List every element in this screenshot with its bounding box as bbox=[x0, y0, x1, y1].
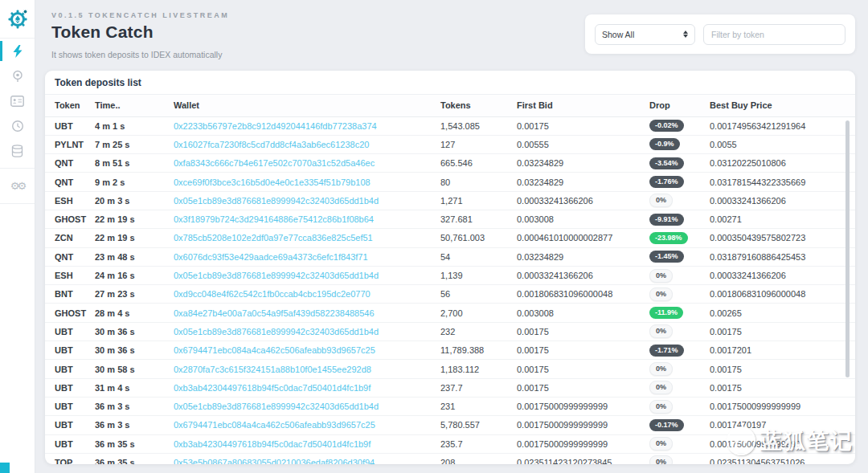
cell-first-bid: 0.003008 bbox=[517, 210, 649, 228]
wallet-link[interactable]: 0xb3ab42304497618b94f5c0dac7d50401d4fc1b… bbox=[174, 383, 371, 393]
drop-badge: -11.9% bbox=[649, 307, 683, 319]
show-all-select[interactable]: Show All bbox=[595, 24, 695, 45]
col-drop: Drop bbox=[649, 95, 710, 116]
cell-wallet: 0xce69f0f3bce3c16b5d0e4e0c1e3354f51b79b1… bbox=[174, 173, 440, 191]
cell-first-bid: 0.00175 bbox=[517, 360, 649, 378]
wallet-link[interactable]: 0x05e1cb89e3d876681e8999942c32403d65dd1b… bbox=[174, 327, 379, 336]
cell-best-buy-price: 0.00175000999999999 bbox=[710, 434, 855, 453]
table-row: UBT36 m 35 s0xb3ab42304497618b94f5c0dac7… bbox=[45, 434, 855, 453]
wallet-link[interactable]: 0x2233b56797e2b8c912d492044146fdb77238a3… bbox=[174, 121, 377, 131]
cell-wallet: 0x16027fca7230f8c5cd7dd8cf4a3ab6ec61238c… bbox=[174, 135, 440, 153]
app-logo[interactable] bbox=[0, 0, 35, 39]
cell-token: UBT bbox=[45, 434, 95, 453]
table-row: UBT30 m 36 s0x6794471ebc084a4ca462c506af… bbox=[45, 341, 855, 360]
version-label: V0.1.5 TOKENCATCH LIVESTREAM bbox=[51, 11, 229, 19]
cell-tokens: 235.7 bbox=[440, 434, 517, 453]
wallet-link[interactable]: 0xce69f0f3bce3c16b5d0e4e0c1e3354f51b79b1… bbox=[174, 177, 371, 187]
drop-badge: -1.76% bbox=[649, 176, 684, 188]
token-deposits-card: Token deposits list Token Time.. Wallet … bbox=[45, 71, 855, 464]
cell-token: ESH bbox=[45, 191, 95, 210]
cell-wallet: 0x2233b56797e2b8c912d492044146fdb77238a3… bbox=[174, 116, 440, 135]
vertical-scrollbar-thumb[interactable] bbox=[845, 120, 850, 377]
cell-tokens: 327.681 bbox=[440, 210, 517, 228]
clock-history-icon bbox=[11, 120, 24, 133]
cell-first-bid: 0.03234829 bbox=[517, 173, 649, 191]
cell-time: 30 m 58 s bbox=[95, 360, 174, 378]
sidebar-item-livestream[interactable] bbox=[0, 39, 35, 63]
table-row: UBT30 m 36 s0x05e1cb89e3d876681e8999942c… bbox=[45, 322, 855, 340]
table-row: ESH24 m 16 s0x05e1cb89e3d876681e8999942c… bbox=[45, 266, 855, 284]
cell-token: UBT bbox=[45, 341, 95, 360]
drop-badge: -1.71% bbox=[649, 345, 684, 357]
cell-first-bid: 0.000461010000002877 bbox=[517, 229, 649, 247]
cell-tokens: 54 bbox=[440, 247, 517, 266]
cell-token: UBT bbox=[45, 322, 95, 340]
cell-best-buy-price: 0.00265 bbox=[710, 304, 855, 322]
sidebar-item-contacts[interactable] bbox=[0, 88, 35, 113]
sidebar-divider-bottom bbox=[0, 203, 35, 204]
page-title: Token Catch bbox=[51, 22, 229, 42]
col-time[interactable]: Time.. bbox=[95, 95, 174, 116]
sidebar-item-history[interactable] bbox=[0, 113, 35, 138]
cell-tokens: 231 bbox=[440, 397, 517, 415]
col-wallet: Wallet bbox=[174, 95, 440, 116]
cell-token: UBT bbox=[45, 416, 95, 434]
cell-drop: 0% bbox=[649, 191, 710, 210]
wallet-link[interactable]: 0x05e1cb89e3d876681e8999942c32403d65dd1b… bbox=[174, 402, 379, 411]
select-updown-icon bbox=[683, 31, 688, 38]
gears-icon: ⚙⚙ bbox=[10, 181, 24, 191]
sidebar-item-settings[interactable]: ⚙⚙ bbox=[0, 173, 35, 198]
cell-best-buy-price: 0.00033241366206 bbox=[710, 191, 855, 210]
wallet-link[interactable]: 0xfa8343c666c7b4e617e502c7070a31c52d5a46… bbox=[174, 158, 375, 168]
cell-time: 36 m 3 s bbox=[95, 397, 174, 415]
wallet-link[interactable]: 0x2870fa7c3c615f324151a88b10f0e1455ee292… bbox=[174, 365, 371, 374]
col-first-bid: First Bid bbox=[517, 95, 649, 116]
cell-first-bid: 0.00175 bbox=[517, 322, 649, 340]
cell-tokens: 5,780.557 bbox=[440, 416, 517, 434]
table-row: BNT27 m 23 s0xd9cc048e4f62c542c1fb0ccab4… bbox=[45, 285, 855, 304]
cell-best-buy-price: 0.031879160886425453 bbox=[710, 247, 855, 266]
cell-wallet: 0x6794471ebc084a4ca462c506afeabb93d9657c… bbox=[174, 416, 440, 434]
cell-time: 22 m 19 s bbox=[95, 229, 174, 247]
drop-badge: 0% bbox=[649, 362, 673, 376]
cell-time: 30 m 36 s bbox=[95, 322, 174, 340]
drop-badge: -3.54% bbox=[649, 157, 684, 169]
sidebar-item-broadcast[interactable] bbox=[0, 63, 35, 88]
cell-tokens: 1,183.112 bbox=[440, 360, 517, 378]
cell-drop: -1.45% bbox=[649, 247, 710, 266]
wallet-link[interactable]: 0x16027fca7230f8c5cd7dd8cf4a3ab6ec61238c… bbox=[174, 140, 369, 149]
cell-first-bid: 0.00175000999999999 bbox=[517, 434, 649, 453]
cell-time: 22 m 19 s bbox=[95, 210, 174, 228]
drop-badge: 0% bbox=[649, 400, 673, 414]
cell-wallet: 0xa84e27b4e00a7a0c54a9f5af439d5822384885… bbox=[174, 304, 440, 322]
wallet-link[interactable]: 0xd9cc048e4f62c542c1fb0ccab4cbc195dc2e07… bbox=[174, 289, 371, 299]
wallet-link[interactable]: 0x3f18979b724c3d294164886e75412c86b1f08b… bbox=[174, 214, 374, 224]
col-token: Token bbox=[45, 95, 95, 116]
cell-tokens: 665.546 bbox=[440, 154, 517, 173]
cell-time: 20 m 3 s bbox=[95, 191, 174, 210]
table-row: UBT36 m 3 s0x6794471ebc084a4ca462c506afe… bbox=[45, 416, 855, 434]
wallet-link[interactable]: 0x53e5b0867a80683055d0210036edaf8206d30f… bbox=[174, 458, 375, 464]
wallet-link[interactable]: 0x05e1cb89e3d876681e8999942c32403d65dd1b… bbox=[174, 196, 379, 206]
sidebar-item-database[interactable] bbox=[0, 138, 35, 163]
cell-time: 28 m 4 s bbox=[95, 304, 174, 322]
cell-drop: -11.9% bbox=[649, 304, 710, 322]
cell-time: 7 m 25 s bbox=[95, 135, 174, 153]
wallet-link[interactable]: 0x6794471ebc084a4ca462c506afeabb93d9657c… bbox=[174, 345, 375, 355]
wallet-link[interactable]: 0x05e1cb89e3d876681e8999942c32403d65dd1b… bbox=[174, 271, 379, 280]
wallet-link[interactable]: 0x785cb5208e102e2df0a97e77cca836e825c5ef… bbox=[174, 233, 373, 243]
cell-first-bid: 0.00175 bbox=[517, 116, 649, 135]
cell-tokens: 127 bbox=[440, 135, 517, 153]
cell-best-buy-price: 0.0017201 bbox=[710, 341, 855, 360]
wallet-link[interactable]: 0x6794471ebc084a4ca462c506afeabb93d9657c… bbox=[174, 420, 375, 430]
cell-best-buy-price: 0.00175 bbox=[710, 322, 855, 340]
wallet-link[interactable]: 0x6076dc93f53e429aadce69a4373c6efc1f843f… bbox=[174, 252, 368, 262]
token-filter-input[interactable] bbox=[703, 24, 845, 45]
wallet-link[interactable]: 0xa84e27b4e00a7a0c54a9f5af439d5822384885… bbox=[174, 308, 375, 318]
cell-wallet: 0x53e5b0867a80683055d0210036edaf8206d30f… bbox=[174, 453, 440, 464]
cell-time: 36 m 35 s bbox=[95, 434, 174, 453]
cell-tokens: 50,761.003 bbox=[440, 229, 517, 247]
cell-time: 23 m 48 s bbox=[95, 247, 174, 266]
table-row: TOP36 m 35 s0x53e5b0867a80683055d0210036… bbox=[45, 453, 855, 464]
wallet-link[interactable]: 0xb3ab42304497618b94f5c0dac7d50401d4fc1b… bbox=[174, 439, 371, 449]
